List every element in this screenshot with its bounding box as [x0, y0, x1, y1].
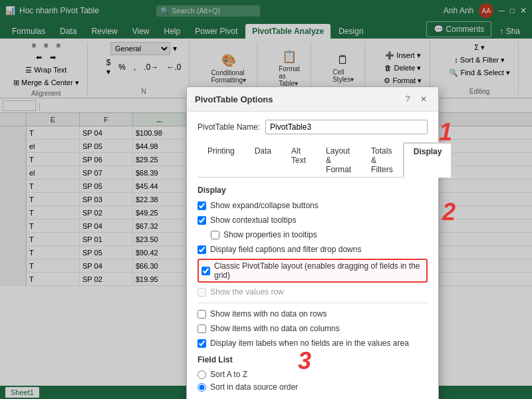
dialog-controls: ? ✕ — [401, 92, 430, 106]
cb-no-data-rows-label[interactable]: Show items with no data on rows — [210, 309, 327, 319]
cb-item-labels: Display item labels when no fields are i… — [198, 338, 428, 348]
cb-show-properties-label[interactable]: Show properties in tooltips — [223, 230, 317, 239]
cb-values-row: Show the values row — [198, 287, 428, 297]
cb-values-row-label[interactable]: Show the values row — [210, 287, 284, 297]
radio-sort-source-input[interactable] — [198, 383, 206, 392]
dialog-title-bar: PivotTable Options ? ✕ — [187, 87, 438, 112]
cb-show-properties-input[interactable] — [211, 231, 219, 239]
cb-no-data-cols-label[interactable]: Show items with no data on columns — [210, 324, 340, 333]
radio-sort-a-z: Sort A to Z — [198, 370, 428, 379]
dialog-help-btn[interactable]: ? — [401, 92, 414, 106]
cb-show-properties: Show properties in tooltips — [211, 229, 428, 240]
display-section-label: Display — [198, 186, 428, 195]
tab-display[interactable]: Display — [403, 142, 453, 178]
callout-2: 2 — [442, 198, 456, 226]
cb-contextual-tooltips-input[interactable] — [198, 216, 206, 225]
cb-no-data-cols: Show items with no data on columns — [198, 323, 428, 334]
cb-field-captions: Display field captions and filter drop d… — [198, 244, 428, 255]
cb-item-labels-input[interactable] — [198, 339, 206, 348]
cb-no-data-rows: Show items with no data on rows — [198, 309, 428, 319]
cb-contextual-tooltips-label[interactable]: Show contextual tooltips — [210, 215, 296, 225]
dialog-title: PivotTable Options — [195, 94, 273, 104]
field-list-section: Field List Sort A to Z Sort in data sour… — [198, 355, 428, 392]
separator — [198, 303, 428, 303]
radio-sort-source-label[interactable]: Sort in data source order — [210, 382, 298, 392]
radio-sort-az-input[interactable] — [198, 370, 206, 379]
dialog-tab-bar: Printing Data Alt Text Layout & Format T… — [198, 142, 428, 178]
dialog-overlay: PivotTable Options ? ✕ PivotTable Name: … — [0, 0, 532, 399]
cb-no-data-cols-input[interactable] — [198, 325, 206, 333]
pivottable-name-input[interactable] — [265, 120, 428, 134]
tab-layout-format[interactable]: Layout & Format — [316, 142, 361, 178]
pivottable-name-row: PivotTable Name: — [198, 120, 428, 134]
cb-classic-layout-input[interactable] — [201, 267, 210, 275]
cb-expand-collapse: Show expand/collapse buttons — [198, 200, 428, 211]
cb-values-row-input[interactable] — [198, 288, 206, 297]
cb-no-data-rows-input[interactable] — [198, 310, 206, 319]
cb-expand-collapse-label[interactable]: Show expand/collapse buttons — [210, 201, 319, 210]
pivottable-name-label: PivotTable Name: — [198, 122, 260, 132]
tab-totals-filters[interactable]: Totals & Filters — [361, 142, 403, 178]
cb-field-captions-input[interactable] — [198, 245, 206, 254]
tab-printing[interactable]: Printing — [198, 142, 245, 178]
tab-data[interactable]: Data — [245, 142, 281, 178]
field-list-label: Field List — [198, 355, 428, 364]
radio-sort-source: Sort in data source order — [198, 382, 428, 392]
cb-classic-layout: Classic PivotTable layout (enables dragg… — [198, 259, 428, 283]
pivottable-options-dialog: PivotTable Options ? ✕ PivotTable Name: … — [186, 86, 439, 399]
cb-item-labels-label[interactable]: Display item labels when no fields are i… — [210, 338, 409, 348]
tab-alt-text[interactable]: Alt Text — [281, 142, 316, 178]
dialog-body: PivotTable Name: Printing Data Alt Text … — [187, 112, 438, 399]
radio-sort-az-label[interactable]: Sort A to Z — [210, 370, 247, 379]
cb-contextual-tooltips: Show contextual tooltips — [198, 215, 428, 225]
cb-expand-collapse-input[interactable] — [198, 201, 206, 210]
cb-field-captions-label[interactable]: Display field captions and filter drop d… — [210, 245, 361, 254]
dialog-close-btn[interactable]: ✕ — [417, 92, 430, 106]
cb-classic-layout-label[interactable]: Classic PivotTable layout (enables dragg… — [214, 261, 424, 280]
